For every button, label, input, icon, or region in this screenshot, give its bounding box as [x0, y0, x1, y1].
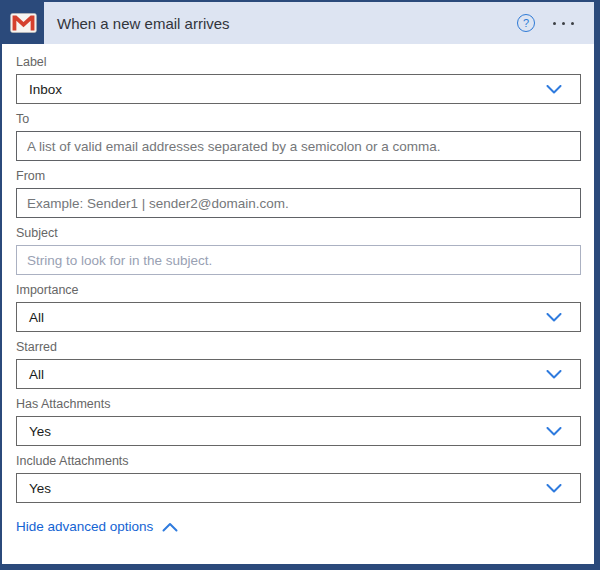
starred-dropdown[interactable]: All: [16, 359, 581, 389]
field-label-from: From: [16, 169, 581, 184]
chevron-up-icon: [162, 522, 178, 532]
field-label: LabelInbox: [16, 55, 581, 104]
field-subject: Subject: [16, 226, 581, 275]
hide-advanced-options-link[interactable]: Hide advanced options: [16, 519, 178, 534]
card-footer: Hide advanced options: [16, 517, 581, 545]
field-include-attachments: Include AttachmentsYes: [16, 454, 581, 503]
field-label-has-attachments: Has Attachments: [16, 397, 581, 412]
from-input[interactable]: [16, 188, 581, 218]
chevron-down-icon: [546, 484, 562, 493]
chevron-down-icon: [546, 85, 562, 94]
field-from: From: [16, 169, 581, 218]
field-label-subject: Subject: [16, 226, 581, 241]
field-importance: ImportanceAll: [16, 283, 581, 332]
include-attachments-selected-value: Yes: [17, 481, 51, 496]
include-attachments-dropdown[interactable]: Yes: [16, 473, 581, 503]
field-label-starred: Starred: [16, 340, 581, 355]
field-to: To: [16, 112, 581, 161]
field-starred: StarredAll: [16, 340, 581, 389]
ellipsis-menu-icon[interactable]: [551, 18, 576, 29]
field-label-to: To: [16, 112, 581, 127]
field-label-label: Label: [16, 55, 581, 70]
field-has-attachments: Has AttachmentsYes: [16, 397, 581, 446]
importance-selected-value: All: [17, 310, 44, 325]
label-selected-value: Inbox: [17, 82, 62, 97]
fields-container: LabelInboxToFromSubjectImportanceAllStar…: [16, 55, 581, 503]
header-actions: ?: [517, 2, 594, 44]
gmail-icon: [2, 2, 44, 44]
help-icon[interactable]: ?: [517, 14, 535, 32]
hide-advanced-options-label: Hide advanced options: [16, 519, 153, 534]
to-input[interactable]: [16, 131, 581, 161]
has-attachments-selected-value: Yes: [17, 424, 51, 439]
field-label-include-attachments: Include Attachments: [16, 454, 581, 469]
has-attachments-dropdown[interactable]: Yes: [16, 416, 581, 446]
card-header: When a new email arrives ?: [2, 2, 594, 44]
field-label-importance: Importance: [16, 283, 581, 298]
subject-input[interactable]: [16, 245, 581, 275]
chevron-down-icon: [546, 427, 562, 436]
card-title: When a new email arrives: [44, 2, 517, 44]
chevron-down-icon: [546, 313, 562, 322]
importance-dropdown[interactable]: All: [16, 302, 581, 332]
trigger-card: When a new email arrives ? LabelInboxToF…: [0, 0, 600, 570]
label-dropdown[interactable]: Inbox: [16, 74, 581, 104]
chevron-down-icon: [546, 370, 562, 379]
card-body: LabelInboxToFromSubjectImportanceAllStar…: [2, 44, 594, 545]
starred-selected-value: All: [17, 367, 44, 382]
